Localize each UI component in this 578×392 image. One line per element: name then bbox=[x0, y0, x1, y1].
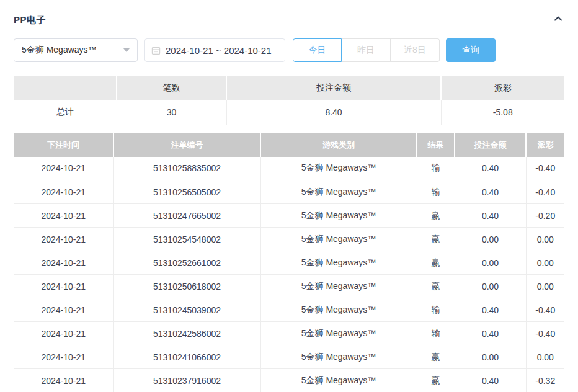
summary-header-row: 笔数 投注金额 派彩 bbox=[14, 76, 564, 100]
table-row: 2024-10-21 51310254548002 5金狮 Megaways™ … bbox=[14, 228, 564, 251]
collapse-toggle[interactable] bbox=[552, 12, 564, 27]
game-select-value: 5金狮 Megaways™ bbox=[22, 45, 97, 56]
bet-amount: 0.40 bbox=[455, 157, 526, 180]
order-id: 51310252661002 bbox=[113, 251, 260, 275]
table-row: 2024-10-21 51310241066002 5金狮 Megaways™ … bbox=[14, 345, 564, 369]
order-id: 51310242586002 bbox=[113, 322, 260, 345]
payout-value: 0.00 bbox=[526, 275, 564, 298]
result-value: 输 bbox=[417, 322, 455, 345]
game-type: 5金狮 Megaways™ bbox=[260, 369, 417, 392]
col-header-result: 结果 bbox=[417, 133, 455, 157]
pp-electronic-panel: PP电子 5金狮 Megaways™ 2024-10-21 ~ 2024-10-… bbox=[0, 0, 578, 392]
table-row: 2024-10-21 51310237916002 5金狮 Megaways™ … bbox=[14, 369, 564, 392]
order-id: 51310237916002 bbox=[113, 369, 260, 392]
bet-time: 2024-10-21 bbox=[14, 251, 113, 275]
bet-time: 2024-10-21 bbox=[14, 345, 113, 369]
payout-value: 0.00 bbox=[526, 228, 564, 251]
game-type: 5金狮 Megaways™ bbox=[260, 298, 417, 322]
game-type: 5金狮 Megaways™ bbox=[260, 228, 417, 251]
summary-col-payout: 派彩 bbox=[441, 76, 564, 100]
bet-amount: 0.40 bbox=[455, 180, 526, 204]
date-range-picker[interactable]: 2024-10-21 ~ 2024-10-21 bbox=[144, 38, 285, 62]
bet-time: 2024-10-21 bbox=[14, 322, 113, 345]
result-value: 输 bbox=[417, 180, 455, 204]
game-type: 5金狮 Megaways™ bbox=[260, 204, 417, 228]
summary-total-label: 总计 bbox=[14, 100, 117, 125]
summary-col-empty bbox=[14, 76, 117, 100]
game-type: 5金狮 Megaways™ bbox=[260, 157, 417, 180]
quick-button-last8days[interactable]: 近8日 bbox=[391, 38, 440, 62]
search-button[interactable]: 查询 bbox=[446, 38, 496, 62]
panel-header: PP电子 bbox=[14, 0, 564, 27]
game-type: 5金狮 Megaways™ bbox=[260, 180, 417, 204]
payout-value: -0.40 bbox=[526, 157, 564, 180]
summary-total-count: 30 bbox=[117, 100, 226, 125]
game-type: 5金狮 Megaways™ bbox=[260, 345, 417, 369]
bet-time: 2024-10-21 bbox=[14, 204, 113, 228]
bet-time: 2024-10-21 bbox=[14, 298, 113, 322]
table-row: 2024-10-21 51310250618002 5金狮 Megaways™ … bbox=[14, 275, 564, 298]
page-title: PP电子 bbox=[14, 14, 46, 26]
date-range-value: 2024-10-21 ~ 2024-10-21 bbox=[166, 45, 272, 56]
summary-table: 笔数 投注金额 派彩 总计 30 8.40 -5.08 bbox=[14, 76, 564, 125]
payout-value: -0.32 bbox=[526, 369, 564, 392]
result-value: 输 bbox=[417, 157, 455, 180]
table-row: 2024-10-21 51310258835002 5金狮 Megaways™ … bbox=[14, 157, 564, 180]
quick-button-today[interactable]: 今日 bbox=[293, 38, 342, 62]
summary-col-bet-amount: 投注金额 bbox=[226, 76, 441, 100]
payout-value: 0.00 bbox=[526, 345, 564, 369]
bet-amount: 0.00 bbox=[455, 275, 526, 298]
result-value: 输 bbox=[417, 298, 455, 322]
bet-time: 2024-10-21 bbox=[14, 228, 113, 251]
order-id: 51310254548002 bbox=[113, 228, 260, 251]
filter-bar: 5金狮 Megaways™ 2024-10-21 ~ 2024-10-21 今日… bbox=[14, 38, 564, 62]
calendar-icon bbox=[151, 46, 161, 55]
result-value: 赢 bbox=[417, 204, 455, 228]
table-row: 2024-10-21 51310256505002 5金狮 Megaways™ … bbox=[14, 180, 564, 204]
payout-value: -0.40 bbox=[526, 298, 564, 322]
bets-header-row: 下注时间 注单编号 游戏类别 结果 投注金额 派彩 bbox=[14, 133, 564, 157]
bet-amount: 0.40 bbox=[455, 204, 526, 228]
col-header-order-id: 注单编号 bbox=[113, 133, 260, 157]
result-value: 赢 bbox=[417, 345, 455, 369]
game-select[interactable]: 5金狮 Megaways™ bbox=[14, 38, 138, 62]
bet-time: 2024-10-21 bbox=[14, 369, 113, 392]
bet-time: 2024-10-21 bbox=[14, 180, 113, 204]
caret-down-icon bbox=[123, 48, 130, 52]
col-header-bet-amount: 投注金额 bbox=[455, 133, 526, 157]
payout-value: -0.40 bbox=[526, 180, 564, 204]
bet-amount: 0.00 bbox=[455, 251, 526, 275]
bet-amount: 0.40 bbox=[455, 298, 526, 322]
summary-total-bet: 8.40 bbox=[226, 100, 441, 125]
order-id: 51310258835002 bbox=[113, 157, 260, 180]
order-id: 51310247665002 bbox=[113, 204, 260, 228]
col-header-game-type: 游戏类别 bbox=[260, 133, 417, 157]
payout-value: -0.40 bbox=[526, 322, 564, 345]
bet-amount: 0.40 bbox=[455, 322, 526, 345]
order-id: 51310245039002 bbox=[113, 298, 260, 322]
result-value: 赢 bbox=[417, 369, 455, 392]
result-value: 赢 bbox=[417, 228, 455, 251]
col-header-bet-time: 下注时间 bbox=[14, 133, 113, 157]
summary-col-count: 笔数 bbox=[117, 76, 226, 100]
payout-value: -5.08 bbox=[441, 100, 564, 125]
result-value: 赢 bbox=[417, 275, 455, 298]
order-id: 51310256505002 bbox=[113, 180, 260, 204]
payout-value: -0.20 bbox=[526, 204, 564, 228]
bet-time: 2024-10-21 bbox=[14, 157, 113, 180]
game-type: 5金狮 Megaways™ bbox=[260, 251, 417, 275]
result-value: 赢 bbox=[417, 251, 455, 275]
order-id: 51310250618002 bbox=[113, 275, 260, 298]
col-header-payout: 派彩 bbox=[526, 133, 564, 157]
game-type: 5金狮 Megaways™ bbox=[260, 322, 417, 345]
table-row: 2024-10-21 51310245039002 5金狮 Megaways™ … bbox=[14, 298, 564, 322]
summary-total-row: 总计 30 8.40 -5.08 bbox=[14, 100, 564, 125]
chevron-up-icon bbox=[553, 14, 563, 26]
bet-amount: 0.40 bbox=[455, 369, 526, 392]
quick-button-yesterday[interactable]: 昨日 bbox=[342, 38, 391, 62]
game-type: 5金狮 Megaways™ bbox=[260, 275, 417, 298]
bet-amount: 0.00 bbox=[455, 345, 526, 369]
table-row: 2024-10-21 51310242586002 5金狮 Megaways™ … bbox=[14, 322, 564, 345]
quick-date-button-group: 今日 昨日 近8日 bbox=[293, 38, 440, 62]
table-row: 2024-10-21 51310252661002 5金狮 Megaways™ … bbox=[14, 251, 564, 275]
